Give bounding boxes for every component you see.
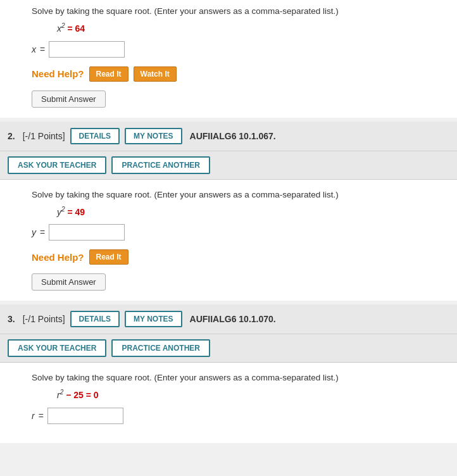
question-2-need-help-row: Need Help? Read It bbox=[32, 249, 432, 265]
question-block-partial: Solve by taking the square root. (Enter … bbox=[0, 0, 457, 118]
partial-submit-row: Submit Answer bbox=[32, 91, 432, 108]
question-2-ask-teacher-row: ASK YOUR TEACHER PRACTICE ANOTHER bbox=[0, 151, 457, 180]
question-3-equals-sign: = bbox=[39, 411, 44, 421]
question-2-code: AUFIIALG6 10.1.067. bbox=[190, 131, 276, 141]
partial-eq-var: x bbox=[57, 23, 61, 34]
question-3-points: [-/1 Points] bbox=[23, 314, 65, 324]
question-3-instruction: Solve by taking the square root. (Enter … bbox=[32, 373, 432, 382]
partial-answer-row: x = bbox=[32, 41, 432, 58]
question-3-header: 3. [-/1 Points] DETAILS MY NOTES AUFIIAL… bbox=[0, 304, 457, 334]
partial-eq-value: = 64 bbox=[67, 23, 85, 34]
question-2-points: [-/1 Points] bbox=[23, 131, 65, 141]
partial-eq-exp: 2 bbox=[61, 22, 65, 29]
question-block-2: 2. [-/1 Points] DETAILS MY NOTES AUFIIAL… bbox=[0, 122, 457, 301]
question-2-equation: y2 = 49 bbox=[57, 206, 432, 217]
question-2-submit-row: Submit Answer bbox=[32, 273, 432, 291]
question-2-var-label: y bbox=[32, 227, 36, 237]
question-3-number: 3. bbox=[8, 314, 15, 324]
question-2-number: 2. bbox=[8, 131, 15, 141]
partial-submit-button[interactable]: Submit Answer bbox=[32, 91, 106, 108]
question-3-details-button[interactable]: DETAILS bbox=[70, 311, 120, 327]
question-3-content: Solve by taking the square root. (Enter … bbox=[0, 363, 457, 443]
question-3-equation: r2 − 25 = 0 bbox=[57, 389, 432, 400]
question-2-content: Solve by taking the square root. (Enter … bbox=[0, 180, 457, 301]
question-2-ask-teacher-button[interactable]: ASK YOUR TEACHER bbox=[8, 156, 106, 174]
partial-var-label: x bbox=[32, 44, 36, 54]
partial-equals-sign: = bbox=[40, 44, 45, 54]
question-2-instruction: Solve by taking the square root. (Enter … bbox=[32, 190, 432, 199]
question-3-var-label: r bbox=[32, 411, 35, 421]
question-2-eq-exp: 2 bbox=[61, 206, 65, 213]
question-2-read-it-button[interactable]: Read It bbox=[89, 249, 128, 265]
partial-instruction: Solve by taking the square root. (Enter … bbox=[32, 6, 432, 16]
partial-block-content: Solve by taking the square root. (Enter … bbox=[0, 0, 457, 118]
question-3-eq-value: − 25 = 0 bbox=[66, 390, 98, 400]
question-2-answer-row: y = bbox=[32, 224, 432, 241]
partial-need-help-label: Need Help? bbox=[32, 68, 84, 79]
question-3-code: AUFIIALG6 10.1.070. bbox=[190, 314, 276, 324]
question-2-header: 2. [-/1 Points] DETAILS MY NOTES AUFIIAL… bbox=[0, 122, 457, 151]
question-3-eq-exp: 2 bbox=[60, 389, 64, 396]
question-2-equals-sign: = bbox=[40, 227, 45, 237]
partial-watch-it-button[interactable]: Watch It bbox=[134, 66, 177, 82]
question-2-details-button[interactable]: DETAILS bbox=[70, 128, 120, 144]
partial-read-it-button[interactable]: Read It bbox=[89, 66, 128, 82]
question-2-answer-input[interactable] bbox=[49, 224, 125, 241]
question-2-submit-button[interactable]: Submit Answer bbox=[32, 273, 106, 291]
question-3-practice-button[interactable]: PRACTICE ANOTHER bbox=[111, 339, 210, 357]
question-block-3: 3. [-/1 Points] DETAILS MY NOTES AUFIIAL… bbox=[0, 304, 457, 443]
question-2-practice-button[interactable]: PRACTICE ANOTHER bbox=[111, 156, 210, 174]
question-2-notes-button[interactable]: MY NOTES bbox=[125, 128, 182, 144]
question-2-eq-var: y bbox=[57, 206, 61, 216]
partial-answer-input[interactable] bbox=[49, 41, 125, 58]
question-3-answer-row: r = bbox=[32, 408, 432, 424]
question-2-need-help-label: Need Help? bbox=[32, 252, 84, 263]
question-3-ask-teacher-button[interactable]: ASK YOUR TEACHER bbox=[8, 339, 106, 357]
partial-equation: x2 = 64 bbox=[57, 22, 432, 34]
question-2-eq-value: = 49 bbox=[67, 206, 85, 216]
question-3-notes-button[interactable]: MY NOTES bbox=[125, 311, 182, 327]
question-3-answer-input[interactable] bbox=[47, 408, 123, 424]
partial-need-help-row: Need Help? Read It Watch It bbox=[32, 66, 432, 82]
question-3-ask-teacher-row: ASK YOUR TEACHER PRACTICE ANOTHER bbox=[0, 334, 457, 363]
